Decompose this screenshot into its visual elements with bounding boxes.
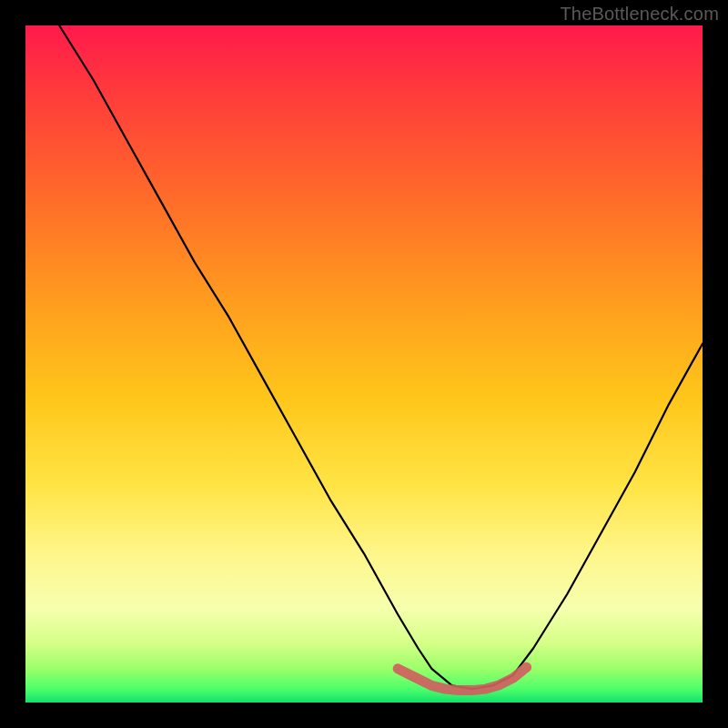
- sweet-spot-band: [398, 667, 526, 690]
- curve-layer: [25, 25, 703, 703]
- plot-area: [25, 25, 703, 703]
- chart-frame: TheBottleneck.com: [0, 0, 728, 728]
- bottleneck-curve: [59, 25, 703, 689]
- watermark-text: TheBottleneck.com: [560, 4, 719, 25]
